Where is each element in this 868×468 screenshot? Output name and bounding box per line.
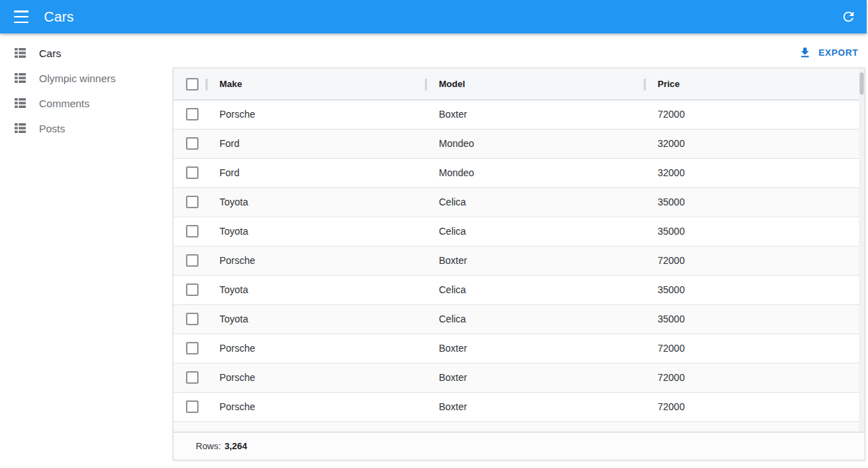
appbar: Cars <box>0 0 867 33</box>
table-header: Make Model Price <box>173 68 865 100</box>
cell-price: 72000 <box>658 334 685 363</box>
sidebar-item-label: Olympic winners <box>39 72 116 84</box>
row-checkbox[interactable] <box>186 108 199 120</box>
cell-model: Boxter <box>439 393 467 421</box>
column-divider <box>644 79 646 91</box>
menu-icon[interactable] <box>14 10 31 23</box>
table-row-partial <box>173 422 865 432</box>
sidebar-item-comments[interactable]: Comments <box>0 91 173 116</box>
cell-make: Porsche <box>219 393 255 421</box>
cell-price: 72000 <box>658 100 685 129</box>
row-checkbox[interactable] <box>186 137 199 150</box>
cell-price: 32000 <box>658 130 685 158</box>
sidebar-item-olympic-winners[interactable]: Olympic winners <box>0 65 173 91</box>
rows-count: 3,264 <box>224 441 247 451</box>
list-icon <box>14 97 26 109</box>
column-header-make: Make <box>219 68 242 100</box>
column-divider <box>425 79 427 91</box>
sidebar-item-label: Posts <box>39 123 65 134</box>
row-checkbox[interactable] <box>186 313 199 325</box>
cell-make: Toyota <box>219 305 248 334</box>
cell-make: Toyota <box>219 276 248 304</box>
table-row[interactable]: Porsche Boxter 72000 <box>173 364 865 393</box>
sidebar-item-posts[interactable]: Posts <box>0 116 173 141</box>
row-checkbox[interactable] <box>186 166 199 179</box>
column-divider <box>206 79 208 91</box>
row-checkbox[interactable] <box>186 225 199 237</box>
sidebar: Cars Olympic winners Comments <box>0 33 173 468</box>
cell-model: Boxter <box>439 334 467 363</box>
cell-make: Ford <box>219 130 240 158</box>
data-table-card: Make Model Price Porsche Boxter 72000 Fo… <box>173 68 865 460</box>
cell-price: 72000 <box>658 393 685 421</box>
app-window: Cars Cars <box>0 0 868 468</box>
table-row[interactable]: Toyota Celica 35000 <box>173 276 865 305</box>
table-row[interactable]: Porsche Boxter 72000 <box>173 247 865 276</box>
column-header-model: Model <box>439 68 465 100</box>
cell-model: Celica <box>439 305 466 334</box>
cell-price: 35000 <box>658 305 685 334</box>
cell-price: 35000 <box>658 188 685 217</box>
cell-price: 72000 <box>658 247 685 275</box>
cell-price: 32000 <box>658 159 685 187</box>
cell-price: 35000 <box>658 217 685 246</box>
sidebar-item-label: Comments <box>39 98 90 109</box>
table-row[interactable]: Ford Mondeo 32000 <box>173 159 865 188</box>
table-row[interactable]: Porsche Boxter 72000 <box>173 100 865 130</box>
export-button-label: EXPORT <box>819 47 858 58</box>
cell-make: Toyota <box>219 188 248 217</box>
cell-make: Porsche <box>219 247 255 275</box>
row-checkbox[interactable] <box>186 371 199 384</box>
cell-model: Boxter <box>439 100 467 129</box>
cell-model: Mondeo <box>439 159 474 187</box>
cell-make: Porsche <box>219 100 255 129</box>
cell-make: Toyota <box>219 217 248 246</box>
cell-model: Celica <box>439 276 466 304</box>
list-icon <box>14 72 26 84</box>
sidebar-item-label: Cars <box>39 47 61 59</box>
rows-label: Rows: <box>196 441 221 451</box>
column-header-price: Price <box>658 68 680 100</box>
cell-make: Ford <box>219 159 240 187</box>
cell-price: 35000 <box>658 276 685 304</box>
scrollbar-thumb[interactable] <box>860 72 864 95</box>
download-icon <box>798 46 812 59</box>
scrollbar-track <box>859 68 865 431</box>
list-icon <box>14 47 26 59</box>
table-row[interactable]: Toyota Celica 35000 <box>173 217 865 247</box>
export-button[interactable]: EXPORT <box>798 44 858 61</box>
table-footer: Rows: 3,264 <box>173 432 865 460</box>
list-icon <box>14 122 26 134</box>
refresh-icon[interactable] <box>840 8 857 25</box>
cell-price: 72000 <box>658 364 685 392</box>
cell-make: Porsche <box>219 334 255 363</box>
table-row[interactable]: Ford Mondeo 32000 <box>173 130 865 159</box>
table-row[interactable]: Toyota Celica 35000 <box>173 188 865 217</box>
row-checkbox[interactable] <box>186 283 199 296</box>
sidebar-item-cars[interactable]: Cars <box>0 40 173 65</box>
row-checkbox[interactable] <box>186 342 199 354</box>
cell-model: Boxter <box>439 364 467 392</box>
row-checkbox[interactable] <box>186 254 199 267</box>
cell-model: Celica <box>439 217 466 246</box>
table-row[interactable]: Porsche Boxter 72000 <box>173 334 865 364</box>
cell-make: Porsche <box>219 364 255 392</box>
select-all-checkbox[interactable] <box>186 78 199 91</box>
table-row[interactable]: Porsche Boxter 72000 <box>173 393 865 422</box>
row-checkbox[interactable] <box>186 400 199 413</box>
table-body: Porsche Boxter 72000 Ford Mondeo 32000 F… <box>173 100 865 422</box>
cell-model: Celica <box>439 188 466 217</box>
cell-model: Boxter <box>439 247 467 275</box>
table-row[interactable]: Toyota Celica 35000 <box>173 305 865 334</box>
row-checkbox[interactable] <box>186 196 199 208</box>
cell-model: Mondeo <box>439 130 474 158</box>
page-title: Cars <box>44 9 74 25</box>
